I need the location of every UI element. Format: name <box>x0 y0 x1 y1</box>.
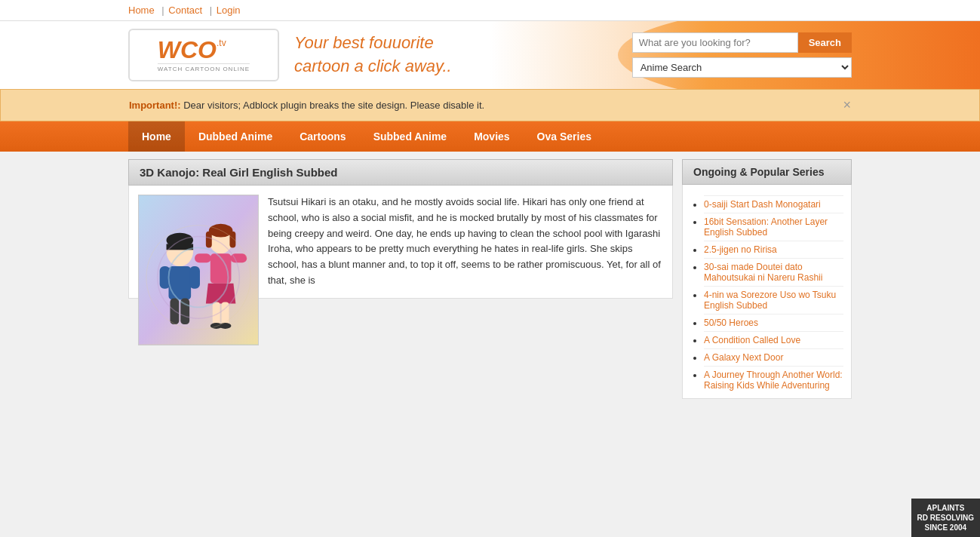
logo-wco: WCO <box>158 38 217 62</box>
list-item: 4-nin wa Sorezore Uso wo Tsuku English S… <box>704 287 843 315</box>
sidebar-link[interactable]: 4-nin wa Sorezore Uso wo Tsuku English S… <box>704 290 836 311</box>
sidebar-link[interactable]: 0-saiji Start Dash Monogatari <box>704 199 821 210</box>
alert-message: Important!: Dear visitors; Adblock plugi… <box>129 100 484 111</box>
header-right: Search Anime Search Cartoon Search Movie… <box>632 32 852 78</box>
nav-subbed-anime[interactable]: Subbed Anime <box>360 121 461 152</box>
alert-prefix: Important!: <box>129 100 181 111</box>
search-type-select[interactable]: Anime Search Cartoon Search Movie Search <box>632 57 852 78</box>
search-input[interactable] <box>632 32 798 53</box>
sidebar-link[interactable]: 16bit Sensation: Another Layer English S… <box>704 216 828 238</box>
sidebar-title: Ongoing & Popular Series <box>682 159 852 185</box>
alert-text: Dear visitors; Adblock plugin breaks the… <box>183 100 484 111</box>
header-left: WCO .tv WATCH CARTOON ONLINE Your best f… <box>128 29 452 81</box>
svg-rect-12 <box>229 232 235 248</box>
main-content: 3D Kanojo: Real Girl English Subbed <box>0 152 980 407</box>
svg-rect-15 <box>195 253 211 262</box>
content-body: Tsutsui Hikari is an otaku, and he mostl… <box>128 186 673 299</box>
sidebar-link[interactable]: 50/50 Heroes <box>704 318 758 328</box>
search-row: Search <box>632 32 852 53</box>
list-item: 50/50 Heroes <box>704 315 843 332</box>
svg-rect-11 <box>206 232 212 248</box>
sidebar-link[interactable]: A Galaxy Next Door <box>704 352 783 363</box>
sidebar: Ongoing & Popular Series 0-saiji Start D… <box>682 159 852 399</box>
list-item: A Condition Called Love <box>704 332 843 349</box>
alert-close-button[interactable]: × <box>843 97 851 113</box>
nav-home[interactable]: Home <box>128 121 185 152</box>
sidebar-body: 0-saiji Start Dash Monogatari 16bit Sens… <box>682 185 852 399</box>
list-item: 16bit Sensation: Another Layer English S… <box>704 213 843 241</box>
nav-ova-series[interactable]: Ova Series <box>524 121 605 152</box>
nav-movies[interactable]: Movies <box>460 121 523 152</box>
sidebar-list: 0-saiji Start Dash Monogatari 16bit Sens… <box>690 189 843 394</box>
svg-rect-4 <box>169 266 192 299</box>
search-button[interactable]: Search <box>798 32 852 53</box>
list-item: 30-sai made Doutei dato Mahoutsukai ni N… <box>704 259 843 287</box>
tagline: Your best fouuorite cartoon a click away… <box>294 32 452 78</box>
logo-tv: .tv <box>217 38 226 48</box>
login-link[interactable]: Login <box>217 5 241 16</box>
list-item: A Journey Through Another World: Raising… <box>704 367 843 394</box>
sidebar-link[interactable]: 2.5-jigen no Ririsa <box>704 244 777 255</box>
svg-point-20 <box>220 323 232 329</box>
content-title: 3D Kanojo: Real Girl English Subbed <box>128 159 673 186</box>
top-bar: Home | Contact | Login <box>0 0 980 21</box>
list-item: A Galaxy Next Door <box>704 349 843 367</box>
sidebar-link[interactable]: A Condition Called Love <box>704 335 800 345</box>
header: WCO .tv WATCH CARTOON ONLINE Your best f… <box>0 21 980 89</box>
sidebar-link[interactable]: 30-sai made Doutei dato Mahoutsukai ni N… <box>704 262 822 283</box>
contact-link[interactable]: Contact <box>168 5 202 16</box>
content-left: 3D Kanojo: Real Girl English Subbed <box>128 159 673 399</box>
svg-rect-6 <box>189 266 200 289</box>
logo: WCO .tv WATCH CARTOON ONLINE <box>128 29 279 81</box>
svg-marker-14 <box>206 284 236 304</box>
nav-cartoons[interactable]: Cartoons <box>286 121 359 152</box>
list-item: 2.5-jigen no Ririsa <box>704 241 843 259</box>
home-link[interactable]: Home <box>128 5 155 16</box>
sidebar-link[interactable]: A Journey Through Another World: Raising… <box>704 370 843 391</box>
list-item: 0-saiji Start Dash Monogatari <box>704 196 843 213</box>
nav-dubbed-anime[interactable]: Dubbed Anime <box>185 121 286 152</box>
nav: Home Dubbed Anime Cartoons Subbed Anime … <box>0 121 980 152</box>
alert-bar: Important!: Dear visitors; Adblock plugi… <box>0 89 980 121</box>
logo-bottom: WATCH CARTOON ONLINE <box>158 63 250 72</box>
anime-image <box>138 195 259 345</box>
list-item <box>704 189 843 196</box>
